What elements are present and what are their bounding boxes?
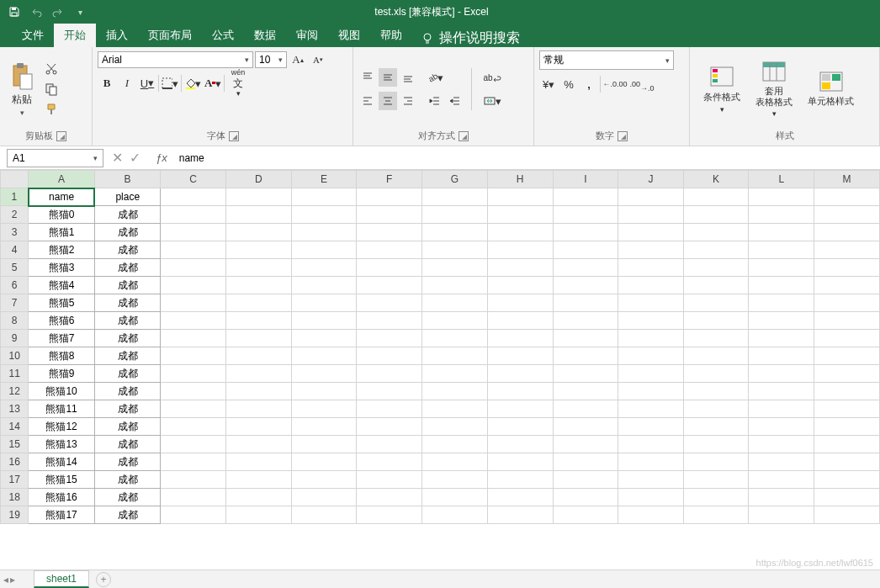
cell[interactable] [357,471,422,489]
row-header[interactable]: 14 [1,418,29,436]
cell[interactable] [683,400,749,418]
cell[interactable] [618,471,684,489]
cell[interactable] [161,489,226,506]
cell[interactable] [618,347,684,365]
cell[interactable] [749,277,814,294]
cell[interactable] [357,506,422,524]
cell[interactable] [553,365,618,383]
cell[interactable] [618,400,684,418]
cell[interactable] [553,330,618,347]
cell[interactable] [291,471,357,489]
cell[interactable] [291,383,357,400]
save-button[interactable] [5,3,24,21]
cell[interactable] [618,489,684,506]
cell[interactable] [422,383,488,400]
column-header[interactable]: K [683,171,749,188]
align-middle-button[interactable] [379,68,397,87]
bold-button[interactable]: B [98,74,116,93]
sheet-nav-next[interactable]: ▸ [10,574,15,585]
cell[interactable] [161,206,226,224]
cell[interactable] [749,224,814,241]
cell[interactable] [683,330,749,347]
cell[interactable] [422,453,488,471]
decrease-decimal-button[interactable]: .00→.0 [629,75,655,93]
cell[interactable]: 成都 [94,347,160,365]
orientation-button[interactable]: ab▾ [426,68,444,87]
cell[interactable] [422,312,488,330]
cell[interactable] [422,277,488,294]
tab-file[interactable]: 文件 [12,24,54,47]
cell[interactable] [618,506,684,524]
underline-button[interactable]: U▾ [138,74,156,93]
format-painter-button[interactable] [42,100,61,119]
align-top-button[interactable] [358,68,377,87]
cell[interactable]: 熊猫14 [29,453,94,471]
cell-styles-button[interactable]: 单元格样式 [804,69,857,109]
cell[interactable] [422,400,488,418]
cell[interactable] [683,259,749,277]
tell-me-search[interactable]: 操作说明搜索 [421,29,520,47]
font-launcher[interactable] [229,131,239,141]
cell[interactable] [553,294,618,312]
cell[interactable] [225,277,291,294]
cell[interactable] [814,330,880,347]
cell[interactable] [487,400,553,418]
cell[interactable] [618,188,684,206]
accounting-button[interactable]: ¥▾ [539,75,558,93]
cell[interactable] [618,453,684,471]
cell[interactable] [487,294,553,312]
row-header[interactable]: 11 [1,365,29,383]
cell[interactable] [422,347,488,365]
cell[interactable] [357,347,422,365]
cell[interactable] [357,330,422,347]
cell[interactable] [422,241,488,259]
cell[interactable] [291,241,357,259]
cell[interactable] [683,241,749,259]
cell[interactable]: 熊猫6 [29,312,94,330]
cell[interactable] [683,347,749,365]
cell[interactable] [161,224,226,241]
align-center-button[interactable] [379,92,397,110]
cell[interactable]: 成都 [94,400,160,418]
cell[interactable]: 熊猫1 [29,224,94,241]
cell[interactable]: 成都 [94,224,160,241]
cell[interactable] [814,206,880,224]
cell[interactable] [225,206,291,224]
cell[interactable] [161,418,226,436]
cell[interactable] [291,418,357,436]
cell[interactable] [814,489,880,506]
row-header[interactable]: 12 [1,383,29,400]
percent-button[interactable]: % [559,75,578,93]
cell[interactable] [487,277,553,294]
decrease-font-button[interactable]: A▾ [309,50,327,69]
cell[interactable] [422,259,488,277]
cell[interactable] [683,383,749,400]
conditional-format-button[interactable]: 条件格式▾ [700,64,744,115]
number-format-combo[interactable]: 常规▾ [539,50,674,70]
redo-button[interactable] [49,3,67,21]
cell[interactable] [225,489,291,506]
cell[interactable] [487,489,553,506]
cell[interactable] [357,312,422,330]
cell[interactable]: 成都 [94,489,160,506]
cell[interactable] [814,400,880,418]
cancel-formula-button[interactable]: ✕ [112,150,123,166]
cell[interactable]: place [94,188,160,206]
cell[interactable] [553,206,618,224]
cell[interactable] [618,312,684,330]
cell[interactable]: 成都 [94,506,160,524]
cell[interactable]: 成都 [94,436,160,453]
cell[interactable] [225,436,291,453]
cell[interactable] [814,418,880,436]
tab-review[interactable]: 审阅 [286,24,328,47]
cell[interactable] [553,471,618,489]
decrease-indent-button[interactable] [426,92,444,110]
cell[interactable] [422,294,488,312]
font-name-combo[interactable]: Arial▾ [98,51,253,68]
cell[interactable] [814,471,880,489]
cell[interactable] [553,347,618,365]
cell[interactable]: 成都 [94,383,160,400]
cell[interactable] [291,259,357,277]
cell[interactable] [161,365,226,383]
row-header[interactable]: 13 [1,400,29,418]
